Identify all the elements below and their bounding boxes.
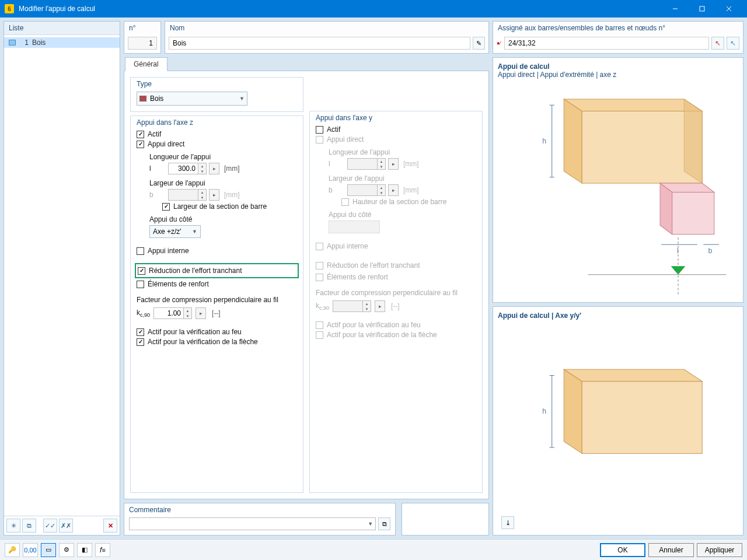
svg-text:h: h (542, 137, 546, 145)
z-length-input[interactable] (168, 163, 198, 174)
svg-rect-14 (672, 192, 714, 235)
chevron-down-icon: ▼ (239, 96, 245, 102)
name-block: Nom ✎ (165, 21, 489, 54)
name-input[interactable] (169, 37, 470, 50)
preview-z-block: Appui de calcul Appui direct | Appui d'e… (493, 57, 743, 303)
preview-y-diagram: h (498, 320, 738, 515)
z-side-label: Appui du côté (149, 215, 297, 223)
delete-button[interactable]: ✕ (103, 519, 117, 533)
y-width-input (347, 184, 378, 196)
z-fire-checkbox[interactable] (137, 328, 144, 336)
node-icon: ●⁄ (497, 40, 501, 46)
copy-button[interactable]: ⧉ (22, 519, 36, 533)
app-icon: 6 (5, 4, 14, 13)
y-kc-input (333, 300, 363, 312)
pick-members-button[interactable]: ↖ (711, 37, 724, 50)
y-length-menu: ▸ (388, 158, 399, 170)
number-block: n° (124, 21, 161, 54)
axis-y-panel: Appui dans l'axe y Actif Appui direct Lo… (309, 111, 483, 493)
number-input[interactable] (128, 37, 157, 50)
svg-rect-1 (700, 6, 704, 11)
y-reinforcement-checkbox (316, 274, 323, 281)
uncheck-all-button[interactable]: ✗✗ (59, 519, 73, 533)
units-button[interactable]: 0,00 (23, 543, 38, 557)
titlebar: 6 Modifier l'appui de calcul (0, 0, 747, 18)
preview-z-title: Appui de calcul (498, 62, 738, 71)
assigned-label: Assigné aux barres/ensembles de barres e… (493, 22, 743, 34)
z-kc-stepper[interactable]: ▲▼ (184, 307, 192, 319)
comment-label: Commentaire (129, 506, 390, 514)
comment-select[interactable]: ▼ (129, 517, 376, 530)
comment-library-button[interactable]: ⧉ (378, 517, 390, 530)
z-direct-checkbox[interactable] (137, 141, 144, 148)
z-reinforcement-checkbox[interactable] (137, 281, 144, 288)
z-length-menu[interactable]: ▸ (209, 163, 219, 174)
ok-button[interactable]: OK (600, 543, 645, 557)
type-panel: Type Bois ▼ (130, 77, 303, 112)
z-width-input (168, 189, 198, 201)
z-internal-checkbox[interactable] (137, 247, 144, 255)
z-width-section-checkbox[interactable] (162, 203, 170, 211)
cancel-button[interactable]: Annuler (648, 543, 694, 557)
y-height-section-checkbox (341, 198, 349, 206)
preview-z-diagram: h l b (498, 81, 738, 298)
z-active-checkbox[interactable] (137, 131, 144, 138)
list-item[interactable]: 1 Bois (4, 37, 120, 48)
pick-nodes-button[interactable]: ↖ (727, 37, 739, 50)
z-length-label: Longueur de l'appui (149, 153, 297, 161)
y-active-checkbox[interactable] (316, 126, 323, 134)
maximize-button[interactable] (689, 0, 715, 18)
assigned-input[interactable] (504, 37, 709, 50)
z-deflection-checkbox[interactable] (137, 338, 144, 346)
preview-y-title: Appui de calcul | Axe y/y' (498, 312, 738, 320)
y-side-select (329, 220, 380, 233)
z-kc-menu[interactable]: ▸ (196, 307, 206, 319)
svg-text:b: b (708, 247, 712, 255)
axis-y-title: Appui dans l'axe y (316, 114, 476, 122)
z-shear-reduction-checkbox[interactable] (138, 267, 145, 275)
window-title: Modifier l'appui de calcul (19, 5, 662, 13)
check-all-button[interactable]: ✓✓ (43, 519, 57, 533)
z-length-stepper[interactable]: ▲▼ (198, 163, 207, 174)
type-select[interactable]: Bois ▼ (137, 92, 247, 106)
svg-marker-5 (564, 99, 582, 183)
view-button-2[interactable]: ⚙ (59, 543, 74, 557)
z-kc-input[interactable] (153, 307, 184, 319)
material-icon (9, 40, 16, 46)
list-header: Liste (4, 22, 120, 35)
z-width-menu: ▸ (209, 189, 219, 201)
list-item-num: 1 (19, 38, 29, 47)
svg-marker-7 (684, 99, 702, 183)
minimize-button[interactable] (662, 0, 689, 18)
z-side-select[interactable]: Axe +z/z'▼ (149, 225, 201, 238)
axis-z-title: Appui dans l'axe z (137, 118, 297, 127)
edit-name-button[interactable]: ✎ (473, 37, 485, 50)
axis-z-panel: Appui dans l'axe z Actif Appui direct Lo… (130, 116, 303, 493)
type-swatch-icon (139, 96, 146, 102)
tab-general[interactable]: Général (125, 57, 167, 71)
z-width-stepper: ▲▼ (198, 189, 207, 201)
help-button[interactable]: 🔑 (5, 543, 20, 557)
y-internal-checkbox (316, 243, 323, 250)
y-kc-menu: ▸ (375, 300, 385, 312)
type-value: Bois (150, 94, 163, 103)
apply-button[interactable]: Appliquer (697, 543, 742, 557)
list-item-name: Bois (32, 38, 46, 47)
type-label: Type (137, 80, 297, 88)
statusbar: 🔑 0,00 ▭ ⚙ ◧ f≡ OK Annuler Appliquer (0, 539, 747, 560)
maximize-icon (699, 6, 705, 12)
z-width-label: Largeur de l'appui (149, 179, 297, 187)
close-button[interactable] (715, 0, 742, 18)
view-button-1[interactable]: ▭ (41, 543, 56, 557)
function-button[interactable]: f≡ (95, 543, 110, 557)
y-direct-checkbox (316, 136, 323, 144)
name-label: Nom (165, 22, 488, 34)
number-label: n° (124, 22, 160, 34)
view-button-3[interactable]: ◧ (77, 543, 92, 557)
y-width-menu: ▸ (388, 184, 399, 196)
preview-export-button[interactable]: ⤓ (501, 516, 514, 529)
list-panel: Liste 1 Bois ✳ ⧉ ✓✓ ✗✗ ✕ (4, 21, 120, 536)
minimize-icon (672, 6, 678, 12)
y-length-input (347, 158, 378, 170)
new-button[interactable]: ✳ (6, 519, 20, 533)
